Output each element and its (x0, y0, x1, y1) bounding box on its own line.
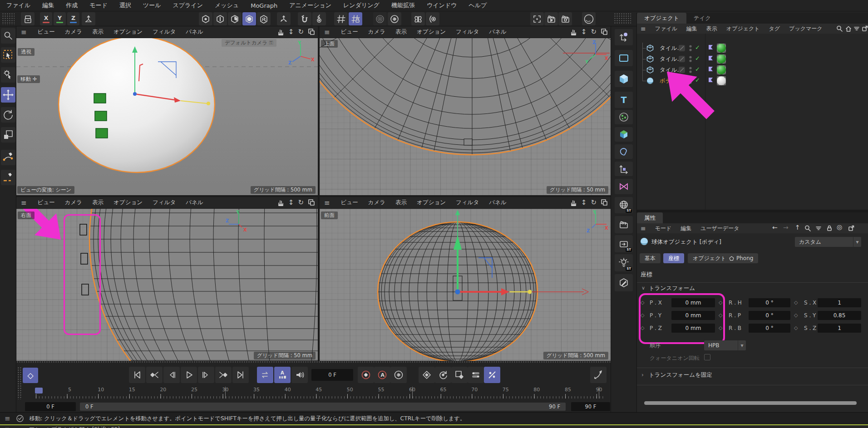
rp-field[interactable]: 0 ° (749, 311, 790, 320)
sphere-shaded[interactable] (59, 38, 215, 172)
tab-attributes[interactable]: 属性 (637, 212, 663, 223)
visibility-dots-icon[interactable] (689, 44, 692, 52)
attr-tab-coordinates[interactable]: 座標 (663, 253, 684, 263)
edges-mode-button[interactable] (213, 12, 227, 25)
chevron-right-icon[interactable]: › (641, 372, 644, 378)
cube-object-button[interactable] (615, 71, 633, 87)
timeline-drag-handle[interactable] (16, 361, 611, 364)
vp-menu-display[interactable]: 表示 (92, 28, 104, 36)
vp-menu-camera[interactable]: カメラ (368, 28, 385, 36)
sx-field[interactable]: 1 (818, 298, 861, 307)
hamburger-icon[interactable]: ≡ (641, 25, 646, 32)
tile-objects[interactable] (94, 93, 108, 138)
vp-menu-panel[interactable]: パネル (489, 28, 506, 36)
front-canvas[interactable]: 前面 グリッド間隔 : 500 mm Y X Z (320, 209, 611, 361)
timeline-left-handle[interactable] (17, 367, 21, 399)
up-arrow-icon[interactable]: ↑ (795, 224, 800, 231)
workplane-grid-button[interactable] (334, 12, 348, 25)
menu-mograph[interactable]: MoGraph (251, 2, 277, 9)
autokey-toggle-button[interactable]: ◇ (23, 368, 38, 383)
rectangle-spline-button[interactable] (615, 50, 633, 66)
sculpt-pen-button[interactable] (615, 274, 633, 291)
position-key-button[interactable] (419, 367, 435, 383)
vp-menu-display[interactable]: 表示 (395, 28, 407, 36)
vp-menu-panel[interactable]: パネル (186, 199, 203, 207)
attr-tab-basic[interactable]: 基本 (640, 253, 661, 263)
sy-field[interactable]: 0.85 (818, 311, 861, 320)
key-diamond-icon[interactable]: ◇ (794, 298, 798, 308)
globe-simulation-button[interactable]: ST (615, 197, 633, 213)
menu-tools[interactable]: ツール (143, 1, 161, 10)
material-sphere-button[interactable] (582, 12, 596, 25)
axis-x-button[interactable]: X (40, 12, 52, 25)
hamburger-icon[interactable]: ≡ (21, 28, 27, 36)
move-tool-button[interactable] (1, 87, 15, 103)
rotation-key-button[interactable] (435, 367, 451, 383)
tab-takes[interactable]: テイク (686, 13, 718, 24)
modeling-settings-button[interactable] (426, 12, 439, 25)
menu-spline[interactable]: スプライン (173, 1, 203, 10)
vp-menu-options[interactable]: オプション (417, 199, 446, 207)
symmetry-object-button[interactable] (615, 179, 633, 194)
render-view-button[interactable] (544, 12, 558, 25)
phong-tag-icon[interactable] (708, 55, 715, 63)
om-menu-file[interactable]: ファイル (655, 25, 677, 33)
vp-menu-display[interactable]: 表示 (395, 199, 407, 207)
timeline-ruler[interactable]: 051015202530354045505560657075808590 (16, 387, 611, 394)
visibility-dots-icon[interactable] (689, 55, 692, 63)
om-menu-bookmarks[interactable]: ブックマーク (789, 25, 822, 33)
menu-extensions[interactable]: 機能拡張 (391, 1, 415, 10)
menu-mode[interactable]: モード (89, 1, 108, 10)
freeze-transform-title[interactable]: トランスフォームを固定 (649, 371, 712, 379)
menu-select[interactable]: 選択 (119, 1, 131, 10)
toolbar-drag-handle[interactable] (2, 13, 15, 25)
dolly-icon[interactable]: ↕ (581, 28, 587, 36)
pan-hand-icon[interactable] (569, 28, 577, 36)
vp-menu-panel[interactable]: パネル (489, 199, 506, 207)
right-canvas[interactable]: 右面 グリッド間隔 : 50 mm Y Z X (16, 209, 318, 361)
order-dropdown[interactable]: HPB ▾ (704, 340, 746, 350)
vp-menu-view[interactable]: ビュー (341, 199, 358, 207)
hamburger-icon[interactable]: ≡ (324, 199, 330, 207)
spline-pen-button[interactable] (1, 150, 15, 165)
parameter-key-button[interactable] (468, 367, 484, 383)
key-diamond-icon[interactable]: ◇ (794, 310, 798, 320)
attr-menu-mode[interactable]: モード (655, 225, 672, 232)
toolbar-drag-handle-right[interactable] (614, 13, 631, 25)
vp-menu-filter[interactable]: フィルタ (153, 28, 176, 36)
toggle-view-icon[interactable] (601, 199, 608, 206)
fcurve-button[interactable] (590, 367, 607, 383)
axis-y-button[interactable]: Y (54, 12, 66, 25)
playhead[interactable] (35, 388, 43, 394)
range-end-field[interactable]: 90 F (571, 402, 610, 411)
om-menu-view[interactable]: 表示 (706, 25, 717, 33)
render-target-settings-button[interactable] (388, 12, 401, 25)
material-thumbnail[interactable] (717, 54, 726, 64)
vp-menu-camera[interactable]: カメラ (368, 199, 385, 207)
menu-file[interactable]: ファイル (6, 1, 30, 10)
material-thumbnail[interactable] (717, 44, 726, 53)
goto-end-button[interactable] (232, 367, 249, 383)
interactive-render-button[interactable] (373, 12, 387, 25)
target-icon[interactable]: ◎ (837, 223, 842, 231)
field-sphere-button[interactable] (615, 110, 633, 124)
edit-toggle-icon[interactable] (679, 56, 685, 62)
object-row[interactable]: タイル.3 ✓ (637, 43, 868, 54)
texture-mode-button[interactable] (257, 12, 271, 25)
attr-tab-phong[interactable]: Phong (724, 253, 758, 263)
next-key-button[interactable] (215, 367, 232, 383)
range-start-field[interactable]: 0 F (25, 402, 76, 411)
phong-tag-icon[interactable] (708, 44, 715, 52)
voxel-cube-button[interactable] (615, 127, 633, 142)
object-row[interactable]: タイル.2 ✓ (637, 54, 868, 64)
menu-mesh[interactable]: メッシュ (215, 1, 239, 10)
vp-menu-camera[interactable]: カメラ (65, 28, 82, 36)
render-settings-button[interactable] (558, 12, 572, 25)
hamburger-icon[interactable]: ≡ (21, 199, 27, 207)
preset-dropdown[interactable]: カスタム ▾ (795, 237, 861, 247)
vp-menu-options[interactable]: オプション (113, 28, 143, 36)
menu-animation[interactable]: アニメーション (289, 1, 331, 10)
orbit-icon[interactable]: ↻ (591, 198, 597, 207)
top-canvas[interactable]: 上面 グリッド間隔 : 50 mm Z X Y (320, 38, 611, 195)
tweak-tool-button[interactable] (1, 67, 15, 83)
